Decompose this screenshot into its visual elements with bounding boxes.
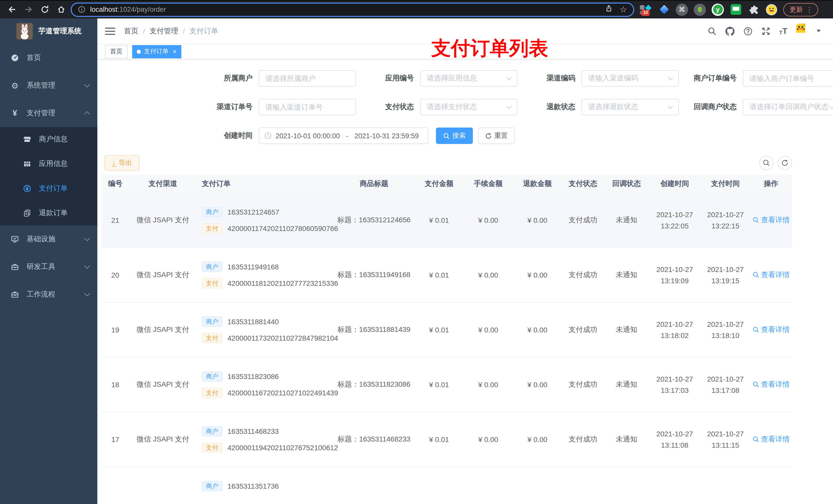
sidebar-item-home[interactable]: 首页 xyxy=(0,44,97,72)
logo-image xyxy=(16,23,33,40)
clock-icon xyxy=(264,132,271,139)
chevron-down-icon xyxy=(84,82,90,88)
copy-icon xyxy=(23,209,32,217)
table-row[interactable]: 18 微信 JSAPI 支付 商户1635311823086 支付4200001… xyxy=(101,358,792,412)
breadcrumb-home[interactable]: 首页 xyxy=(124,26,138,35)
app-no-select[interactable]: 请选择应用信息 xyxy=(420,70,518,87)
close-tab-icon[interactable]: × xyxy=(173,48,176,55)
script-extension-icon[interactable]: 10 xyxy=(639,3,653,16)
sidebar-collapse-icon[interactable] xyxy=(105,27,115,34)
help-icon[interactable] xyxy=(743,26,753,35)
table-row[interactable]: 20 微信 JSAPI 支付 商户1635311949168 支付4200001… xyxy=(101,248,792,303)
create-time-range-picker[interactable]: 2021-10-01 00:00:00 - 2021-10-31 23:59:5… xyxy=(259,127,428,144)
profile-avatar-icon[interactable] xyxy=(765,3,778,16)
orders-table: 编号 支付渠道 支付订单 商品标题 支付金额 手续金额 退款金额 支付状态 回调… xyxy=(101,175,792,504)
table-header: 编号 支付渠道 支付订单 商品标题 支付金额 手续金额 退款金额 支付状态 回调… xyxy=(101,175,792,193)
refresh-table-icon[interactable] xyxy=(778,156,792,170)
merchant-tag: 商户 xyxy=(202,262,222,272)
merchant-tag: 商户 xyxy=(202,316,222,327)
extensions-puzzle-icon[interactable] xyxy=(747,3,760,16)
back-icon[interactable] xyxy=(5,3,19,16)
merchant-tag: 商户 xyxy=(202,207,222,217)
chevron-down-icon xyxy=(668,75,673,80)
chevron-down-icon xyxy=(506,75,511,80)
table-row[interactable]: 商户1635311351736 xyxy=(101,467,792,504)
browser-update-button[interactable]: 更新 ⋮ xyxy=(783,3,818,16)
github-icon[interactable] xyxy=(725,26,735,35)
breadcrumb: 首页 / 支付管理 / 支付订单 xyxy=(124,26,218,35)
reset-button[interactable]: 重置 xyxy=(478,127,515,144)
store-icon xyxy=(23,135,32,143)
magnifier-icon xyxy=(752,272,759,279)
site-info-icon[interactable] xyxy=(78,6,86,13)
sidebar-item-app-info[interactable]: 应用信息 xyxy=(0,152,97,176)
chevron-down-icon xyxy=(506,104,511,109)
table-row[interactable]: 19 微信 JSAPI 支付 商户1635311881440 支付4200001… xyxy=(101,303,792,358)
sidebar-item-merchant-info[interactable]: 商户信息 xyxy=(0,127,97,152)
merchant-filter-input[interactable] xyxy=(259,70,356,87)
merchant-order-no-input[interactable] xyxy=(743,70,833,87)
channel-order-no-input[interactable] xyxy=(259,99,356,115)
sidebar-item-pay[interactable]: ¥ 支付管理 xyxy=(0,99,97,127)
address-bar[interactable]: localhost:1024/pay/order ☆ xyxy=(71,2,634,17)
app-logo[interactable]: 芋道管理系统 xyxy=(0,19,97,44)
update-label: 更新 xyxy=(789,5,803,14)
tab-home[interactable]: 首页 xyxy=(105,45,127,58)
channel-code-filter-label: 渠道编码 xyxy=(525,74,581,83)
view-detail-link[interactable]: 查看详情 xyxy=(752,270,790,280)
show-search-toggle-icon[interactable] xyxy=(759,156,774,170)
export-button[interactable]: ↓ 导出 xyxy=(104,155,139,171)
font-size-icon[interactable]: TT xyxy=(779,27,787,35)
sidebar-item-pay-order[interactable]: 支付订单 xyxy=(0,176,97,201)
share-icon[interactable] xyxy=(605,5,613,14)
pay-tag: 支付 xyxy=(202,333,222,343)
sidebar-item-system[interactable]: ⚙ 系统管理 xyxy=(0,72,97,99)
view-detail-link[interactable]: 查看详情 xyxy=(752,380,790,389)
extension-badge: 10 xyxy=(641,9,649,16)
browser-toolbar: localhost:1024/pay/order ☆ 10 ⌘ y 更新 ⋮ xyxy=(0,0,833,19)
bookmark-star-icon[interactable]: ☆ xyxy=(620,5,627,14)
grid-icon xyxy=(23,160,32,168)
sidebar: 芋道管理系统 首页 ⚙ 系统管理 ¥ 支付管理 xyxy=(0,19,97,504)
channel-code-select[interactable]: 请输入渠道编码 xyxy=(581,70,679,87)
sidebar-item-devtools[interactable]: 研发工具 xyxy=(0,253,97,281)
recorder-extension-icon[interactable] xyxy=(693,3,707,16)
chat-extension-icon[interactable] xyxy=(729,3,742,16)
table-row[interactable]: 21 微信 JSAPI 支付 商户1635312124657 支付4200001… xyxy=(101,193,792,248)
refresh-icon xyxy=(485,133,492,139)
magnifier-icon xyxy=(752,436,759,443)
sidebar-item-workflow[interactable]: 工作流程 xyxy=(0,281,97,308)
sidebar-item-refund-order[interactable]: 退款订单 xyxy=(0,201,97,225)
search-icon[interactable] xyxy=(708,26,717,35)
pay-submenu: 商户信息 应用信息 支付订单 退款订单 xyxy=(0,127,97,225)
pay-status-select[interactable]: 请选择支付状态 xyxy=(420,99,518,115)
home-icon[interactable] xyxy=(54,3,68,16)
search-button[interactable]: 搜索 xyxy=(436,127,473,144)
view-detail-link[interactable]: 查看详情 xyxy=(752,325,790,334)
table-row[interactable]: 17 微信 JSAPI 支付 商户1635311468233 支付4200001… xyxy=(101,412,792,467)
pay-tag: 支付 xyxy=(202,442,222,453)
avatar-caret-icon[interactable] xyxy=(817,30,821,32)
date-end: 2021-10-31 23:59:59 xyxy=(355,132,419,140)
channel-order-no-filter-label: 渠道订单号 xyxy=(203,102,259,112)
y-extension-icon[interactable]: y xyxy=(711,3,724,16)
gem-extension-icon[interactable] xyxy=(657,3,671,16)
magnifier-icon xyxy=(752,381,759,388)
search-icon xyxy=(443,133,450,139)
command-extension-icon[interactable]: ⌘ xyxy=(675,3,689,16)
fullscreen-icon[interactable] xyxy=(761,26,770,35)
view-detail-link[interactable]: 查看详情 xyxy=(752,435,790,444)
chevron-down-icon xyxy=(84,263,90,269)
callback-status-select[interactable]: 请选择订单回调商户状态 xyxy=(743,99,833,115)
forward-icon[interactable] xyxy=(22,3,35,16)
tab-pay-order[interactable]: 支付订单 × xyxy=(132,45,181,58)
refund-status-select[interactable]: 请选择退款状态 xyxy=(581,99,679,115)
view-detail-link[interactable]: 查看详情 xyxy=(752,216,790,225)
user-avatar[interactable] xyxy=(796,23,811,39)
date-start: 2021-10-01 00:00:00 xyxy=(276,132,340,140)
browser-menu-icon[interactable]: ⋮ xyxy=(806,5,813,14)
sidebar-item-infrastructure[interactable]: 基础设施 xyxy=(0,225,97,253)
annotation-title: 支付订单列表 xyxy=(431,38,548,59)
breadcrumb-pay[interactable]: 支付管理 xyxy=(149,26,178,35)
reload-icon[interactable] xyxy=(38,3,51,16)
